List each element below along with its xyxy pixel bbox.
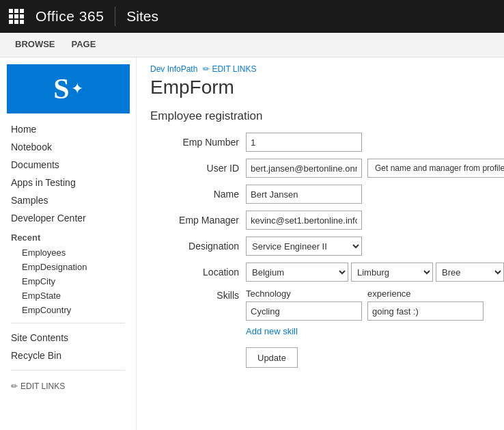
location-city-select[interactable]: Bree Hasselt Genk bbox=[436, 263, 504, 282]
sidebar-item-site-contents[interactable]: Site Contents bbox=[0, 329, 136, 347]
emp-manager-row: Emp Manager bbox=[150, 211, 504, 230]
sidebar-sub-empcity[interactable]: EmpCity bbox=[0, 274, 136, 288]
nav-page[interactable]: PAGE bbox=[64, 33, 104, 57]
breadcrumb-row: Dev InfoPath ✏ EDIT LINKS bbox=[150, 64, 504, 74]
sidebar-sub-employees[interactable]: Employees bbox=[0, 245, 136, 260]
user-id-label: User ID bbox=[150, 163, 246, 174]
skills-tech-header: Technology bbox=[246, 288, 362, 299]
sharepoint-star-icon: ✦ bbox=[71, 80, 83, 98]
sites-label: Sites bbox=[126, 8, 158, 25]
app-title: Office 365 bbox=[33, 8, 115, 25]
get-profile-button[interactable]: Get name and manager from profile bbox=[367, 159, 504, 178]
location-province-select[interactable]: Limburg Antwerp Brussels Ghent bbox=[351, 263, 433, 282]
user-id-input[interactable] bbox=[246, 159, 362, 178]
skills-content: Technology experience Add new skill bbox=[246, 288, 504, 336]
top-bar: Office 365 Sites bbox=[0, 0, 504, 33]
secondary-nav: BROWSE PAGE bbox=[0, 33, 504, 57]
skills-inputs bbox=[246, 301, 504, 321]
page-title: EmpForm bbox=[150, 77, 504, 98]
name-input[interactable] bbox=[246, 185, 362, 204]
location-row: Location Belgium Netherlands France Germ… bbox=[150, 263, 504, 282]
title-divider bbox=[115, 7, 115, 26]
sidebar-item-apps-testing[interactable]: Apps in Testing bbox=[0, 174, 136, 191]
breadcrumb-link[interactable]: Dev InfoPath bbox=[150, 64, 197, 74]
sharepoint-s-letter: S bbox=[53, 72, 69, 105]
sidebar-item-notebook[interactable]: Notebook bbox=[0, 138, 136, 156]
sidebar-item-developer-center[interactable]: Developer Center bbox=[0, 209, 136, 227]
sidebar-sub-empdesignation[interactable]: EmpDesignation bbox=[0, 260, 136, 274]
sidebar-divider bbox=[11, 323, 125, 323]
emp-number-label: Emp Number bbox=[150, 137, 246, 148]
update-row: Update bbox=[150, 343, 504, 368]
skills-label: Skills bbox=[150, 288, 246, 301]
emp-number-row: Emp Number bbox=[150, 133, 504, 152]
sidebar-edit-links-label: EDIT LINKS bbox=[20, 381, 65, 391]
sidebar-item-documents[interactable]: Documents bbox=[0, 156, 136, 174]
update-button[interactable]: Update bbox=[246, 347, 298, 368]
sidebar-edit-links[interactable]: ✏ EDIT LINKS bbox=[0, 376, 136, 397]
sidebar-sub-empstate[interactable]: EmpState bbox=[0, 288, 136, 303]
nav-browse[interactable]: BROWSE bbox=[7, 33, 64, 57]
emp-number-input[interactable] bbox=[246, 133, 362, 152]
add-skill-link[interactable]: Add new skill bbox=[246, 326, 298, 336]
waffle-button[interactable] bbox=[0, 0, 33, 33]
designation-row: Designation Service Engineer II Service … bbox=[150, 237, 504, 256]
sidebar: S ✦ Home Notebook Documents Apps in Test… bbox=[0, 57, 137, 430]
edit-links-button[interactable]: ✏ EDIT LINKS bbox=[203, 64, 256, 74]
designation-label: Designation bbox=[150, 241, 246, 252]
skills-headers: Technology experience bbox=[246, 288, 504, 299]
sidebar-sub-empcountry[interactable]: EmpCountry bbox=[0, 303, 136, 317]
skills-row: Skills Technology experience Add new ski… bbox=[150, 288, 504, 336]
pencil-icon: ✏ bbox=[11, 381, 18, 391]
main-layout: S ✦ Home Notebook Documents Apps in Test… bbox=[0, 57, 504, 430]
skill-tech-input[interactable] bbox=[246, 301, 362, 321]
emp-manager-input[interactable] bbox=[246, 211, 362, 230]
pencil-icon-content: ✏ bbox=[203, 64, 210, 74]
skill-exp-input[interactable] bbox=[367, 301, 484, 321]
waffle-icon bbox=[9, 9, 24, 24]
content-area: Dev InfoPath ✏ EDIT LINKS EmpForm Employ… bbox=[137, 57, 504, 430]
location-country-select[interactable]: Belgium Netherlands France Germany bbox=[246, 263, 348, 282]
user-id-row: User ID Get name and manager from profil… bbox=[150, 159, 504, 178]
sidebar-item-home[interactable]: Home bbox=[0, 120, 136, 138]
recent-label: Recent bbox=[0, 227, 136, 245]
sidebar-divider-2 bbox=[11, 370, 125, 371]
designation-select[interactable]: Service Engineer II Service Engineer I S… bbox=[246, 237, 362, 256]
sidebar-item-recycle-bin[interactable]: Recycle Bin bbox=[0, 347, 136, 364]
sidebar-item-samples[interactable]: Samples bbox=[0, 191, 136, 209]
location-label: Location bbox=[150, 267, 246, 278]
sidebar-logo: S ✦ bbox=[7, 64, 130, 113]
edit-links-label: EDIT LINKS bbox=[212, 64, 256, 74]
name-row: Name bbox=[150, 185, 504, 204]
skills-exp-header: experience bbox=[367, 288, 484, 299]
emp-manager-label: Emp Manager bbox=[150, 215, 246, 226]
name-label: Name bbox=[150, 189, 246, 200]
form-title: Employee registration bbox=[150, 109, 504, 123]
